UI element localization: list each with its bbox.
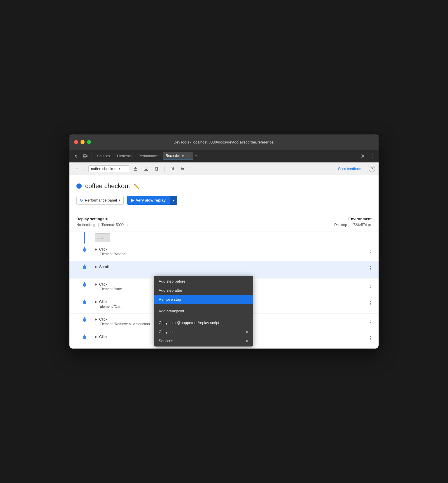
step-content: ▶ Scroll [93, 265, 367, 269]
help-btn[interactable]: ? [369, 166, 375, 172]
tab-close-icon[interactable]: ✕ [186, 154, 190, 158]
step-action-label: Click [99, 335, 107, 339]
minimize-button[interactable] [80, 140, 85, 144]
tab-sources[interactable]: Sources [94, 152, 113, 160]
tab-separator [92, 153, 92, 159]
more-options-btn[interactable]: ⋮ [368, 152, 376, 160]
step-menu-btn[interactable]: ⋮ [367, 282, 374, 289]
cursor-icon-btn[interactable] [72, 152, 80, 160]
selector-chevron-icon: ▾ [119, 167, 120, 171]
throttling-label: No throttling [76, 223, 95, 227]
add-recording-btn[interactable]: + [73, 165, 81, 173]
expand-step-icon[interactable]: ▶ [95, 335, 97, 338]
gear-icon [360, 154, 365, 158]
cursor-icon [74, 154, 78, 158]
expand-step-icon[interactable]: ▶ [95, 318, 97, 321]
import-btn[interactable] [142, 165, 150, 173]
expand-step-icon[interactable]: ▶ [95, 248, 97, 251]
timeline-dot [83, 301, 86, 304]
replay-main-btn[interactable]: ▶ Very slow replay [127, 196, 170, 205]
step-menu-btn[interactable]: ⋮ [367, 265, 374, 272]
environment-meta: Desktop 723×574 px [334, 223, 372, 227]
step-menu-btn[interactable]: ⋮ [367, 247, 374, 254]
step-menu-btn[interactable]: ⋮ [367, 300, 374, 307]
send-feedback-link[interactable]: Send feedback [338, 167, 361, 171]
tab-elements[interactable]: Elements [114, 152, 134, 160]
recorder-pin-icon [181, 154, 185, 158]
ctx-services-label: Services [159, 339, 173, 343]
thumbnail-svg: recorder [95, 234, 110, 242]
delete-btn[interactable] [153, 165, 161, 173]
step-action-label: Click [99, 282, 107, 286]
ctx-add-breakpoint[interactable]: Add breakpoint [154, 307, 253, 316]
settings-gear-btn[interactable] [359, 152, 367, 160]
step-action: ▶ Click [95, 247, 367, 251]
device-icon-btn[interactable] [81, 152, 89, 160]
tab-more-btn[interactable]: » [194, 153, 199, 160]
maximize-button[interactable] [87, 140, 91, 144]
ctx-add-after-label: Add step after [159, 288, 182, 293]
environment-settings: Environment Desktop 723×574 px [334, 217, 372, 227]
recording-title: coffee checkout [85, 182, 130, 190]
env-meta-divider [350, 223, 350, 227]
ctx-services-arrow-icon: ▶ [246, 339, 249, 343]
ctx-services[interactable]: Services ▶ [154, 336, 253, 345]
ctx-remove-step[interactable]: Remove step [154, 295, 253, 304]
tab-recorder-label: Recorder [166, 154, 180, 158]
action-row: ↻ Performance panel ▾ ▶ Very slow replay… [76, 196, 372, 205]
expand-step-icon[interactable]: ▶ [95, 265, 97, 268]
ctx-separator-1 [154, 305, 253, 305]
ctx-copy-as[interactable]: Copy as ▶ [154, 327, 253, 336]
close-button[interactable] [74, 140, 78, 144]
svg-point-6 [183, 169, 184, 170]
help-icon: ? [371, 167, 373, 171]
step-menu-btn[interactable]: ⋮ [367, 335, 374, 342]
traffic-lights [74, 140, 91, 144]
ctx-copy-puppeteer-label: Copy as a @puppeteer/replay script [159, 321, 219, 325]
performance-panel-btn[interactable]: ↻ Performance panel ▾ [76, 196, 124, 205]
step-detail: Element "Mocha" [95, 252, 367, 256]
step-action-label: Click [99, 300, 107, 304]
tab-recorder[interactable]: Recorder ✕ [163, 152, 193, 160]
step-menu-btn[interactable]: ⋮ [367, 317, 374, 324]
timeline-col [76, 247, 93, 252]
play-icon [170, 167, 174, 171]
ctx-copy-as-label: Copy as [159, 330, 173, 334]
main-content: coffee checkout ✏️ ↻ Performance panel ▾… [69, 175, 379, 232]
settings-arrow-icon[interactable]: ▶ [106, 217, 108, 221]
svg-text:recorder: recorder [97, 237, 105, 239]
devtools-tabs: Sources Elements Performance Recorder ✕ … [69, 150, 379, 162]
step-action-label: Click [99, 317, 107, 321]
environment-title: Environment [334, 217, 372, 221]
ctx-add-before[interactable]: Add step before [154, 277, 253, 286]
tab-performance[interactable]: Performance [136, 152, 162, 160]
perf-icon: ↻ [80, 198, 83, 203]
ctx-add-after[interactable]: Add step after [154, 286, 253, 295]
window-title: DevTools - localhost:8080/docs/devtools/… [174, 140, 274, 144]
step-btn[interactable] [178, 165, 187, 173]
ctx-copy-puppeteer[interactable]: Copy as a @puppeteer/replay script [154, 318, 253, 327]
export-btn[interactable] [132, 165, 140, 173]
expand-step-icon[interactable]: ▶ [95, 283, 97, 286]
add-icon: + [76, 166, 78, 172]
replay-label: Very slow replay [136, 198, 166, 202]
timeline-dot [83, 248, 86, 252]
svg-rect-1 [86, 155, 87, 157]
timeline-dot [83, 283, 86, 287]
replay-quick-btn[interactable] [168, 165, 176, 173]
edit-title-icon[interactable]: ✏️ [134, 183, 139, 189]
toolbar-sep-1 [85, 166, 85, 172]
svg-rect-0 [83, 155, 86, 157]
viewport-label: Desktop [334, 223, 347, 227]
titlebar: DevTools - localhost:8080/docs/devtools/… [69, 134, 379, 150]
settings-section: Replay settings ▶ No throttling Timeout:… [76, 212, 372, 232]
devtools-window: DevTools - localhost:8080/docs/devtools/… [69, 134, 379, 349]
toolbar: + coffee checkout ▾ [69, 162, 379, 175]
replay-settings: Replay settings ▶ No throttling Timeout:… [76, 217, 334, 227]
replay-dropdown-btn[interactable]: ▾ [170, 196, 177, 205]
svg-point-3 [182, 155, 184, 157]
recording-selector[interactable]: coffee checkout ▾ [88, 165, 129, 172]
expand-step-icon[interactable]: ▶ [95, 300, 97, 303]
toolbar-sep-3 [365, 166, 365, 172]
device-icon [83, 154, 88, 158]
